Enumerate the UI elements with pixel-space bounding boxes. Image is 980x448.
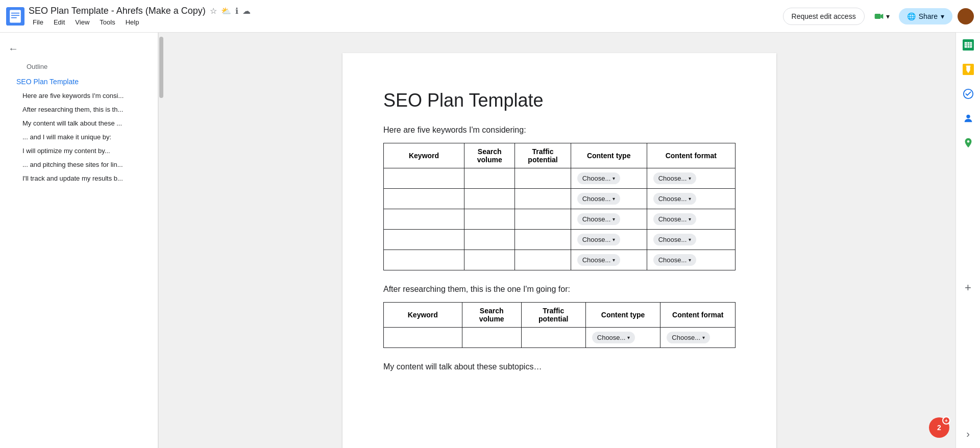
t1-search-4[interactable] — [464, 250, 515, 270]
t1-traffic-3[interactable] — [515, 230, 571, 250]
table2-row-0: Choose... ▾ Choose... ▾ — [384, 328, 736, 348]
document: SEO Plan Template Here are five keywords… — [342, 53, 776, 448]
expand-panel-button[interactable]: › — [962, 424, 974, 444]
t1-content-type-btn-4[interactable]: Choose... ▾ — [577, 254, 621, 266]
t1-search-3[interactable] — [464, 230, 515, 250]
user-avatar[interactable] — [958, 8, 974, 24]
t2-traffic-0[interactable] — [521, 328, 585, 348]
t1-content-type-btn-1[interactable]: Choose... ▾ — [577, 193, 621, 205]
t1-content-format-btn-2[interactable]: Choose... ▾ — [653, 213, 697, 225]
sidebar-item-track[interactable]: I'll track and update my results b... — [0, 171, 158, 185]
t2-search-0[interactable] — [462, 328, 521, 348]
t1-content-format-arrow-4: ▾ — [689, 257, 691, 263]
t1-content-type-btn-0[interactable]: Choose... ▾ — [577, 172, 621, 184]
request-edit-button[interactable]: Request edit access — [783, 8, 865, 25]
col-content-type-header: Content type — [571, 143, 647, 168]
t2-content-format-btn-0[interactable]: Choose... ▾ — [667, 332, 710, 343]
t1-keyword-0[interactable] — [384, 168, 464, 189]
t1-traffic-1[interactable] — [515, 189, 571, 209]
t1-search-2[interactable] — [464, 209, 515, 230]
sheets-panel-icon[interactable] — [960, 37, 976, 53]
t1-content-type-1: Choose... ▾ — [571, 189, 647, 209]
t1-content-type-btn-2[interactable]: Choose... ▾ — [577, 213, 621, 225]
t1-content-format-arrow-0: ▾ — [689, 176, 691, 181]
add-addon-button[interactable]: + — [960, 280, 976, 296]
meet-button[interactable]: ▾ — [870, 9, 894, 23]
t2-content-type-arrow-0: ▾ — [627, 335, 630, 340]
sidebar: ← Outline SEO Plan Template Here are fiv… — [0, 33, 158, 448]
col2-search-volume-header: Search volume — [462, 303, 521, 328]
t1-keyword-3[interactable] — [384, 230, 464, 250]
svg-rect-5 — [874, 14, 880, 19]
contacts-panel-icon[interactable] — [960, 110, 976, 127]
sidebar-item-optimize[interactable]: I will optimize my content by... — [0, 144, 158, 158]
maps-panel-icon[interactable] — [960, 135, 976, 151]
sidebar-item-my-content[interactable]: My content will talk about these ... — [0, 116, 158, 130]
t2-content-type-btn-0[interactable]: Choose... ▾ — [592, 332, 635, 343]
menu-file[interactable]: File — [29, 17, 47, 27]
t1-content-format-2: Choose... ▾ — [647, 209, 735, 230]
notification-badge[interactable]: 2 + — [929, 417, 949, 438]
title-area: SEO Plan Template - Ahrefs (Make a Copy)… — [29, 6, 779, 27]
share-dropdown-arrow: ▾ — [941, 12, 944, 20]
t1-content-format-btn-1[interactable]: Choose... ▾ — [653, 193, 697, 205]
document-title: SEO Plan Template - Ahrefs (Make a Copy) — [29, 6, 206, 16]
meet-dropdown-arrow[interactable]: ▾ — [886, 12, 890, 20]
t2-content-format-0: Choose... ▾ — [660, 328, 736, 348]
t1-traffic-2[interactable] — [515, 209, 571, 230]
share-button[interactable]: 🌐 Share ▾ — [899, 8, 952, 24]
t1-keyword-1[interactable] — [384, 189, 464, 209]
cloud-icon[interactable]: ☁ — [242, 6, 251, 16]
sidebar-item-pitching[interactable]: ... and pitching these sites for lin... — [0, 158, 158, 171]
sidebar-item-after-researching[interactable]: After researching them, this is th... — [0, 103, 158, 116]
share-label: Share — [919, 12, 938, 20]
t1-traffic-0[interactable] — [515, 168, 571, 189]
t1-content-format-btn-3[interactable]: Choose... ▾ — [653, 234, 697, 245]
t1-content-type-0: Choose... ▾ — [571, 168, 647, 189]
t1-content-format-btn-4[interactable]: Choose... ▾ — [653, 254, 697, 266]
table1-row-4: Choose... ▾ Choose... ▾ — [384, 250, 736, 270]
paragraph-3: My content will talk about these subtopi… — [383, 362, 736, 371]
content-area[interactable]: SEO Plan Template Here are five keywords… — [163, 33, 955, 448]
svg-rect-3 — [11, 15, 19, 16]
keep-panel-icon[interactable] — [960, 61, 976, 78]
t1-search-1[interactable] — [464, 189, 515, 209]
svg-rect-1 — [10, 10, 21, 22]
title-row: SEO Plan Template - Ahrefs (Make a Copy)… — [29, 6, 779, 16]
table1-row-1: Choose... ▾ Choose... ▾ — [384, 189, 736, 209]
tasks-panel-icon[interactable] — [960, 86, 976, 102]
star-icon[interactable]: ☆ — [210, 6, 217, 16]
menu-view[interactable]: View — [71, 17, 93, 27]
t1-search-0[interactable] — [464, 168, 515, 189]
col2-content-type-header: Content type — [585, 303, 660, 328]
info-icon[interactable]: ℹ — [235, 6, 238, 16]
menu-tools[interactable]: Tools — [95, 17, 119, 27]
t1-content-type-3: Choose... ▾ — [571, 230, 647, 250]
t1-keyword-2[interactable] — [384, 209, 464, 230]
col2-content-format-header: Content format — [660, 303, 736, 328]
sidebar-item-unique[interactable]: ... and I will make it unique by: — [0, 130, 158, 144]
col2-keyword-header: Keyword — [384, 303, 462, 328]
t1-content-type-4: Choose... ▾ — [571, 250, 647, 270]
svg-rect-14 — [966, 66, 970, 67]
svg-rect-4 — [11, 17, 17, 18]
drive-icon[interactable]: ⛅ — [221, 6, 231, 16]
sidebar-back-button[interactable]: ← — [0, 39, 158, 59]
t1-traffic-4[interactable] — [515, 250, 571, 270]
main-scrollbar[interactable] — [158, 33, 163, 448]
menu-help[interactable]: Help — [121, 17, 143, 27]
keywords-table: Keyword Search volume Traffic potential … — [383, 143, 736, 270]
t1-keyword-4[interactable] — [384, 250, 464, 270]
t1-content-type-2: Choose... ▾ — [571, 209, 647, 230]
t2-keyword-0[interactable] — [384, 328, 462, 348]
svg-point-17 — [967, 140, 969, 143]
sidebar-item-five-keywords[interactable]: Here are five keywords I'm consi... — [0, 89, 158, 103]
t1-content-format-btn-0[interactable]: Choose... ▾ — [653, 172, 697, 184]
menu-edit[interactable]: Edit — [50, 17, 69, 27]
t1-content-format-3: Choose... ▾ — [647, 230, 735, 250]
col-keyword-header: Keyword — [384, 143, 464, 168]
table1-header-row: Keyword Search volume Traffic potential … — [384, 143, 736, 168]
t1-content-format-4: Choose... ▾ — [647, 250, 735, 270]
t1-content-type-btn-3[interactable]: Choose... ▾ — [577, 234, 621, 245]
sidebar-item-seo-plan-template[interactable]: SEO Plan Template — [0, 74, 158, 89]
